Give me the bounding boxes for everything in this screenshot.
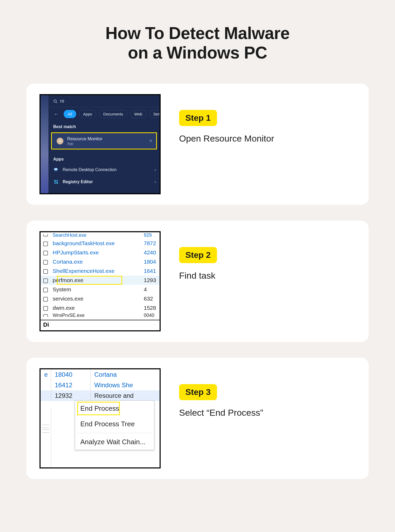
app-remote-desktop[interactable]: Remote Desktop Connection › [48,164,160,176]
desktop-sliver [41,95,48,193]
menu-separator [78,433,151,433]
checkbox[interactable] [43,288,48,292]
process-pid: 7872 [141,239,160,248]
process-pid: 16412 [51,380,91,390]
process-row[interactable]: 16412Windows She [41,380,160,390]
process-pid: 1528 [141,303,160,313]
svg-rect-4 [55,171,56,171]
process-name: System [50,285,141,294]
search-text: re [60,98,64,104]
left-strip [41,409,51,467]
step-2-screenshot: SearchHost.exe929 backgroundTaskHost.exe… [39,231,161,331]
svg-line-1 [56,102,57,103]
context-menu-item[interactable]: End Process Tree [75,416,154,432]
process-pid: 1641 [141,267,160,276]
process-name: backgroundTaskHost.exe [50,239,141,248]
close-icon[interactable]: ✕ [149,138,152,143]
step-2-pill: Step 2 [179,247,217,263]
tab-apps[interactable]: Apps [79,110,96,118]
step-1-screenshot: re ← All Apps Documents Web Setting Best… [39,94,161,194]
process-pid: 4240 [141,248,160,257]
best-match-header: Best match [48,121,160,131]
process-pid: 4 [141,285,160,294]
process-name: services.exe [50,294,141,303]
col-a: e [41,369,51,380]
title-line-1: How To Detect Malware [105,24,290,43]
context-menu-item[interactable]: Analyze Wait Chain... [75,434,154,450]
step-3-card: e18040Cortana16412Windows She12932Resour… [26,358,369,479]
context-menu: End ProcessEnd Process TreeAnalyze Wait … [75,400,154,450]
svg-point-0 [54,100,56,102]
context-menu-item[interactable]: End Process [75,401,154,416]
process-row[interactable]: services.exe632 [41,294,160,303]
process-name: ShellExperienceHost.exe [50,267,141,276]
col-a [41,380,51,390]
process-pid: 1293 [141,276,160,285]
step-3-desc: Select “End Process” [179,408,263,418]
tab-documents[interactable]: Documents [99,110,127,118]
best-match-resource-monitor[interactable]: Resource Monitor App ✕ [51,132,157,149]
back-arrow-icon[interactable]: ← [52,111,61,117]
resource-monitor-icon [57,138,63,144]
svg-rect-8 [56,182,58,184]
col-a [41,390,51,401]
title-line-2: on a Windows PC [128,43,267,62]
checkbox[interactable] [43,260,48,265]
process-row[interactable]: dwm.exe1528 [41,303,160,313]
step-1-card: re ← All Apps Documents Web Setting Best… [26,84,369,205]
svg-rect-3 [55,168,57,170]
search-filter-tabs: ← All Apps Documents Web Setting [48,107,160,121]
process-desc: Cortana [91,369,160,380]
section-footer: Di [41,320,160,330]
process-pid: 12932 [51,390,91,401]
svg-rect-5 [54,180,56,182]
process-pid: 0040 [141,313,160,319]
process-row[interactable]: System4 [41,285,160,294]
process-name: HPJumpStarts.exe [50,248,141,257]
svg-rect-6 [56,180,58,182]
step-3-screenshot: e18040Cortana16412Windows She12932Resour… [39,368,161,468]
tab-all[interactable]: All [64,110,76,118]
chevron-right-icon: › [155,167,156,172]
app-label: Registry Editor [63,180,93,184]
process-row[interactable]: perfmon.exe1293 [41,276,160,285]
step-2-desc: Find task [179,270,217,281]
process-name: WmiPrvSE.exe [50,313,141,319]
chevron-right-icon: › [155,180,156,184]
process-row[interactable]: HPJumpStarts.exe4240 [41,248,160,257]
process-row[interactable]: backgroundTaskHost.exe7872 [41,239,160,248]
checkbox[interactable] [43,269,48,274]
tab-web[interactable]: Web [130,110,146,118]
highlight-box [77,402,120,415]
process-row[interactable]: e18040Cortana [41,369,160,380]
step-1-pill: Step 1 [179,110,217,126]
process-table: SearchHost.exe929 backgroundTaskHost.exe… [41,232,160,319]
checkbox[interactable] [43,241,48,246]
process-name: perfmon.exe [50,276,141,285]
checkbox[interactable] [43,306,48,311]
search-bar[interactable]: re [48,95,160,107]
tab-settings[interactable]: Setting [149,110,161,118]
checkbox[interactable] [43,297,48,302]
process-desc: Resource and [91,390,160,401]
process-row[interactable]: Cortana.exe1804 [41,257,160,267]
search-icon [53,99,57,103]
process-grid: e18040Cortana16412Windows She12932Resour… [41,369,160,401]
process-row[interactable]: 12932Resource and [41,390,160,401]
step-3-pill: Step 3 [179,384,217,400]
process-name: Cortana.exe [50,257,141,267]
process-name: dwm.exe [50,303,141,313]
process-desc: Windows She [91,380,160,390]
best-match-subtitle: App [67,142,102,146]
step-2-card: SearchHost.exe929 backgroundTaskHost.exe… [26,221,369,342]
app-label: Remote Desktop Connection [63,167,117,172]
process-pid: 18040 [51,369,91,380]
process-row[interactable]: ShellExperienceHost.exe1641 [41,267,160,276]
apps-header: Apps [48,153,160,164]
checkbox[interactable] [43,278,48,283]
step-1-desc: Open Resource Monitor [179,133,274,144]
app-registry-editor[interactable]: Registry Editor › [48,176,160,188]
process-pid: 1804 [141,257,160,267]
best-match-title: Resource Monitor [67,136,102,142]
checkbox[interactable] [43,251,48,255]
